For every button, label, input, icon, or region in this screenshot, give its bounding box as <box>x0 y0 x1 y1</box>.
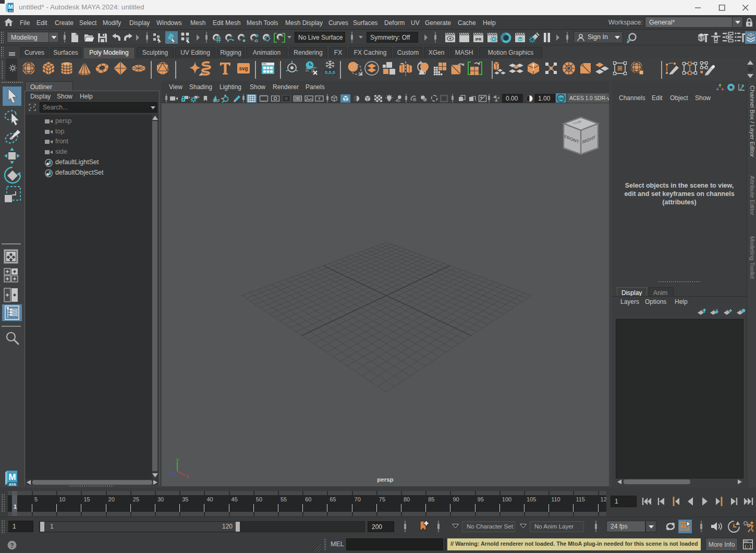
svg-text:svg: svg <box>239 66 248 71</box>
svg-text:T: T <box>318 96 321 101</box>
svg-text:?: ? <box>10 542 14 549</box>
svg-text:0,0,0: 0,0,0 <box>325 70 335 75</box>
svg-text:ON: ON <box>558 97 564 101</box>
svg-text:IPR: IPR <box>475 38 482 41</box>
svg-text:y: y <box>176 459 179 463</box>
svg-text:AYA: AYA <box>8 10 14 13</box>
svg-text:AYA: AYA <box>9 482 17 487</box>
svg-text:M: M <box>8 472 16 482</box>
svg-text:z: z <box>168 470 170 475</box>
svg-text:{;}: {;} <box>745 544 752 548</box>
svg-text:M: M <box>8 4 13 10</box>
